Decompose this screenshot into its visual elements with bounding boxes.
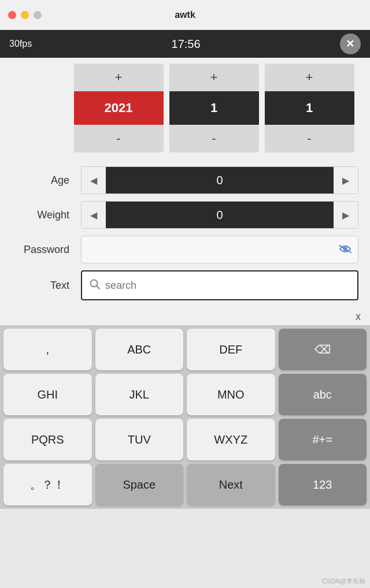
age-decrement[interactable]: ◀ xyxy=(82,166,106,194)
search-icon xyxy=(89,278,101,293)
keyboard: , ABC DEF ⌫ GHI JKL MNO abc PQRS TUV WXY… xyxy=(0,325,370,509)
weight-label: Weight xyxy=(12,209,75,221)
key-mno[interactable]: MNO xyxy=(187,374,275,415)
spinner-section: + 2021 - + 1 - + 1 - xyxy=(0,58,370,158)
watermark: CSDN@李先禄 xyxy=(322,577,365,586)
window-controls xyxy=(8,11,42,19)
age-label: Age xyxy=(12,174,75,187)
keyboard-row-1: GHI JKL MNO abc xyxy=(3,374,367,415)
password-label: Password xyxy=(12,244,75,256)
spinner-value-0: 2021 xyxy=(74,91,164,125)
spinner-value-2: 1 xyxy=(265,91,354,125)
time-label: 17:56 xyxy=(172,38,201,51)
key-tuv[interactable]: TUV xyxy=(95,419,184,460)
eye-icon[interactable] xyxy=(338,243,352,256)
keyboard-dismiss-button[interactable]: x xyxy=(356,311,361,322)
keyboard-dismiss-row: x xyxy=(0,308,370,325)
key-numbers[interactable]: 123 xyxy=(279,464,367,505)
key-symbols[interactable]: #+= xyxy=(279,419,367,460)
key-abc-upper[interactable]: ABC xyxy=(95,329,184,370)
keyboard-row-3: 。？！ Space Next 123 xyxy=(3,464,367,505)
status-close-button[interactable]: ✕ xyxy=(340,34,361,54)
password-field[interactable] xyxy=(81,236,358,263)
weight-decrement[interactable]: ◀ xyxy=(82,201,106,229)
weight-stepper: ◀ 0 ▶ xyxy=(81,201,358,229)
weight-row: Weight ◀ 0 ▶ xyxy=(12,198,358,232)
search-input[interactable] xyxy=(105,280,350,292)
spinner-plus-2[interactable]: + xyxy=(265,64,354,91)
spinner-plus-0[interactable]: + xyxy=(74,64,164,91)
key-ghi[interactable]: GHI xyxy=(3,374,92,415)
svg-line-2 xyxy=(97,286,99,289)
spinner-minus-0[interactable]: - xyxy=(74,125,164,152)
key-wxyz[interactable]: WXYZ xyxy=(187,419,275,460)
weight-value: 0 xyxy=(106,201,334,229)
age-increment[interactable]: ▶ xyxy=(334,166,358,194)
key-next[interactable]: Next xyxy=(187,464,275,505)
key-pqrs[interactable]: PQRS xyxy=(3,419,92,460)
age-value: 0 xyxy=(106,166,334,194)
spinner-col-0: + 2021 - xyxy=(74,64,164,152)
key-space[interactable]: Space xyxy=(95,464,184,505)
age-row: Age ◀ 0 ▶ xyxy=(12,163,358,198)
key-backspace[interactable]: ⌫ xyxy=(279,329,367,370)
key-punctuation[interactable]: 。？！ xyxy=(3,464,92,505)
key-def[interactable]: DEF xyxy=(187,329,275,370)
close-button[interactable] xyxy=(8,11,16,19)
spinner-value-1: 1 xyxy=(169,91,259,125)
age-stepper: ◀ 0 ▶ xyxy=(81,166,358,194)
key-abc-lower[interactable]: abc xyxy=(279,374,367,415)
key-comma[interactable]: , xyxy=(3,329,92,370)
key-jkl[interactable]: JKL xyxy=(95,374,184,415)
fps-label: 30fps xyxy=(9,39,32,49)
keyboard-row-0: , ABC DEF ⌫ xyxy=(3,329,367,370)
form-section: Age ◀ 0 ▶ Weight ◀ 0 ▶ Password xyxy=(0,158,370,308)
text-label: Text xyxy=(12,280,75,292)
spinner-minus-2[interactable]: - xyxy=(265,125,354,152)
spinner-col-2: + 1 - xyxy=(265,64,354,152)
status-bar: 30fps 17:56 ✕ xyxy=(0,30,370,58)
minimize-button[interactable] xyxy=(21,11,29,19)
keyboard-row-2: PQRS TUV WXYZ #+= xyxy=(3,419,367,460)
search-field[interactable] xyxy=(81,270,358,300)
title-bar: awtk xyxy=(0,0,370,30)
spinner-minus-1[interactable]: - xyxy=(169,125,259,152)
weight-increment[interactable]: ▶ xyxy=(334,201,358,229)
maximize-button[interactable] xyxy=(34,11,42,19)
spinner-col-1: + 1 - xyxy=(169,64,259,152)
text-row: Text xyxy=(12,267,358,304)
spinner-plus-1[interactable]: + xyxy=(169,64,259,91)
password-row: Password xyxy=(12,232,358,267)
window-title: awtk xyxy=(175,10,195,20)
